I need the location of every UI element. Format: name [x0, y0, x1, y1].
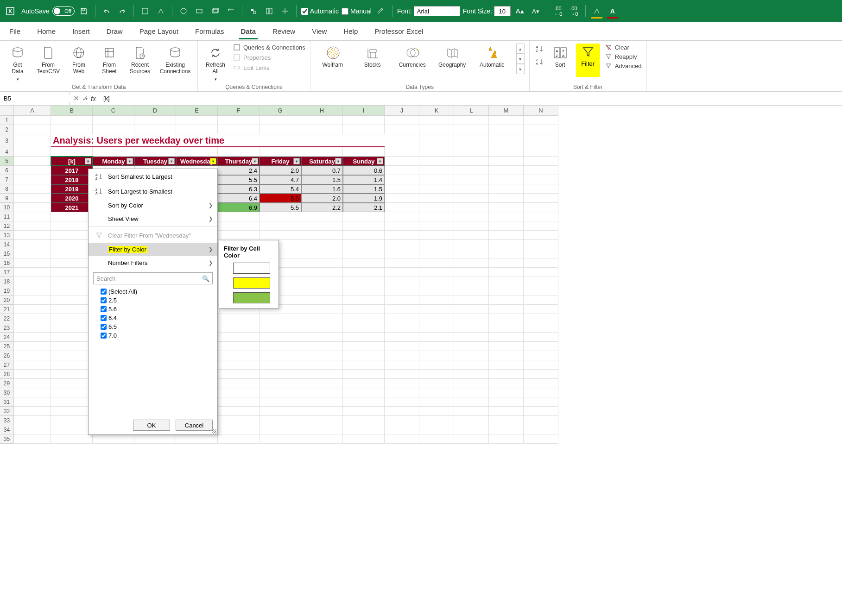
row-header-17[interactable]: 17: [0, 268, 14, 277]
cell[interactable]: [419, 407, 454, 416]
cell[interactable]: [260, 221, 301, 231]
redo-icon[interactable]: [116, 5, 129, 18]
cell[interactable]: [419, 351, 454, 360]
cell[interactable]: [489, 258, 524, 268]
qat-icon-9[interactable]: [279, 5, 291, 18]
cell[interactable]: [419, 125, 454, 134]
cell[interactable]: [419, 295, 454, 305]
cell[interactable]: [260, 314, 301, 323]
sort-asc-item[interactable]: AZSort Smallest to Largest: [89, 169, 217, 184]
cell[interactable]: [51, 286, 93, 295]
cell[interactable]: [14, 323, 51, 333]
filter-check-value[interactable]: 6.4: [101, 314, 213, 322]
qat-paint-icon[interactable]: [374, 5, 387, 18]
tab-draw[interactable]: Draw: [105, 24, 125, 39]
cell[interactable]: [489, 203, 524, 212]
col-header-H[interactable]: H: [301, 106, 343, 116]
row-header-6[interactable]: 6: [0, 166, 14, 175]
cell[interactable]: 1.9: [343, 194, 385, 203]
row-header-25[interactable]: 25: [0, 342, 14, 351]
cell[interactable]: [343, 314, 385, 323]
cell[interactable]: [301, 425, 343, 434]
datatype-wolfram-button[interactable]: Wolfram: [315, 44, 350, 82]
cell[interactable]: [218, 360, 260, 370]
cell[interactable]: [51, 221, 93, 231]
cell[interactable]: [14, 333, 51, 342]
cell[interactable]: [343, 277, 385, 286]
cell[interactable]: [51, 258, 93, 268]
col-header-I[interactable]: I: [343, 106, 385, 116]
cell[interactable]: [218, 323, 260, 333]
cell[interactable]: [385, 370, 419, 379]
col-header-C[interactable]: C: [93, 106, 134, 116]
cell[interactable]: [14, 305, 51, 314]
filter-dropdown-icon[interactable]: ▾: [335, 158, 342, 164]
cell[interactable]: [14, 268, 51, 277]
cell[interactable]: [454, 212, 489, 221]
row-header-20[interactable]: 20: [0, 295, 14, 305]
row-header-4[interactable]: 4: [0, 147, 14, 157]
row-header-1[interactable]: 1: [0, 116, 14, 125]
fill-color-icon[interactable]: [590, 5, 603, 18]
col-header-G[interactable]: G: [260, 106, 301, 116]
cell[interactable]: 0.7: [301, 166, 343, 175]
formula-input[interactable]: [100, 95, 842, 102]
filter-search-input[interactable]: Search🔍: [93, 272, 213, 284]
cell[interactable]: [51, 342, 93, 351]
cell[interactable]: 6.4: [218, 194, 260, 203]
cell[interactable]: 5.4: [260, 184, 301, 194]
filter-ok-button[interactable]: OK: [133, 420, 170, 431]
cell[interactable]: [301, 240, 343, 249]
cell[interactable]: [489, 249, 524, 258]
cell[interactable]: [301, 295, 343, 305]
cell[interactable]: [218, 342, 260, 351]
cell[interactable]: [524, 323, 558, 333]
cell[interactable]: [218, 231, 260, 240]
cell[interactable]: [260, 360, 301, 370]
cell[interactable]: [218, 116, 260, 125]
cell[interactable]: [524, 295, 558, 305]
cell[interactable]: [419, 379, 454, 388]
cell[interactable]: [419, 388, 454, 397]
cell[interactable]: [419, 175, 454, 184]
cell[interactable]: 1.5: [343, 184, 385, 194]
table-header[interactable]: Friday▾: [260, 157, 301, 166]
cell[interactable]: [343, 116, 385, 125]
year-cell[interactable]: 2018: [51, 175, 93, 184]
cell[interactable]: [419, 258, 454, 268]
row-header-23[interactable]: 23: [0, 323, 14, 333]
cell[interactable]: [343, 240, 385, 249]
cell[interactable]: [134, 116, 176, 125]
qat-icon-7[interactable]: [247, 5, 260, 18]
cell[interactable]: [419, 277, 454, 286]
cell[interactable]: [176, 125, 218, 134]
cell[interactable]: [301, 314, 343, 323]
cell[interactable]: [343, 147, 385, 157]
col-header-F[interactable]: F: [218, 106, 260, 116]
cell[interactable]: [260, 370, 301, 379]
cell[interactable]: [419, 231, 454, 240]
col-header-N[interactable]: N: [524, 106, 558, 116]
filter-check-value[interactable]: 6.5: [101, 322, 213, 331]
cell[interactable]: 4.7: [260, 175, 301, 184]
cell[interactable]: [385, 125, 419, 134]
cell[interactable]: [93, 116, 134, 125]
cancel-formula-icon[interactable]: ✕: [73, 94, 79, 103]
table-header[interactable]: Saturday▾: [301, 157, 343, 166]
tab-review[interactable]: Review: [271, 24, 297, 39]
cell[interactable]: [301, 397, 343, 407]
cell[interactable]: [419, 416, 454, 425]
tab-insert[interactable]: Insert: [70, 24, 92, 39]
cell[interactable]: [260, 116, 301, 125]
cell[interactable]: 6.9: [218, 203, 260, 212]
cell[interactable]: [218, 333, 260, 342]
cell[interactable]: [218, 425, 260, 434]
row-header-22[interactable]: 22: [0, 314, 14, 323]
sort-asc-mini-button[interactable]: AZ: [534, 44, 544, 54]
cell[interactable]: [260, 147, 301, 157]
qat-icon-5[interactable]: [209, 5, 222, 18]
cell[interactable]: [454, 157, 489, 166]
autosave-toggle[interactable]: Off: [52, 6, 75, 16]
clear-filter-link[interactable]: Clear: [605, 44, 642, 51]
cell[interactable]: 0.6: [343, 166, 385, 175]
